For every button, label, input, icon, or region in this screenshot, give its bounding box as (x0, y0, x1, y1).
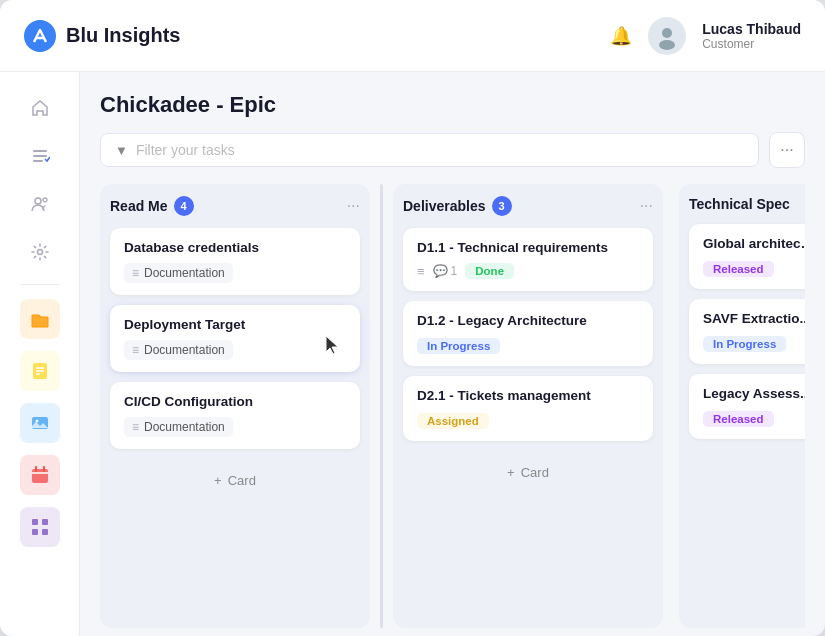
svg-rect-22 (42, 529, 48, 535)
tag-label: Documentation (144, 420, 225, 434)
card-deploy[interactable]: Deployment Target ≡ Documentation (110, 305, 360, 372)
kanban-board: Read Me 4 ··· Database credentials ≡ Doc… (100, 184, 805, 636)
card-savf[interactable]: SAVF Extractio... In Progress (689, 299, 805, 364)
notification-bell-icon[interactable]: 🔔 (610, 25, 632, 47)
column-read-me: Read Me 4 ··· Database credentials ≡ Doc… (100, 184, 370, 628)
more-options-button[interactable]: ··· (769, 132, 805, 168)
card-title: Legacy Assess... (703, 386, 805, 401)
status-badge: Released (703, 411, 774, 427)
sidebar-image[interactable] (20, 403, 60, 443)
comment-area: 💬 1 (433, 264, 458, 278)
column-options-deliverables[interactable]: ··· (640, 197, 653, 215)
card-title: Deployment Target (124, 317, 346, 332)
sidebar-settings[interactable] (20, 232, 60, 272)
filter-icon: ▼ (115, 143, 128, 158)
add-card-label: Card (521, 465, 549, 480)
status-badge: Released (703, 261, 774, 277)
tag-icon: ≡ (132, 343, 139, 357)
card-title: D1.1 - Technical requirements (417, 240, 639, 255)
card-title: Database credentials (124, 240, 346, 255)
sidebar-calendar[interactable] (20, 455, 60, 495)
app-name: Blu Insights (66, 24, 180, 47)
toolbar: ▼ Filter your tasks ··· (100, 132, 805, 168)
svg-point-1 (662, 28, 672, 38)
svg-rect-21 (32, 529, 38, 535)
sidebar (0, 72, 80, 636)
card-global-arch[interactable]: Global architect... Released (689, 224, 805, 289)
column-technical-spec: Technical Spec Global architect... Relea… (679, 184, 805, 628)
main-layout: Chickadee - Epic ▼ Filter your tasks ···… (0, 72, 825, 636)
svg-point-8 (37, 250, 42, 255)
status-badge: In Progress (703, 336, 786, 352)
column-title-deliverables: Deliverables (403, 198, 486, 214)
column-options-read-me[interactable]: ··· (347, 197, 360, 215)
sidebar-divider (20, 284, 60, 285)
column-deliverables: Deliverables 3 ··· D1.1 - Technical requ… (393, 184, 663, 628)
cursor-indicator (322, 334, 344, 362)
filter-placeholder: Filter your tasks (136, 142, 235, 158)
blu-insights-logo (24, 20, 56, 52)
sidebar-grid[interactable] (20, 507, 60, 547)
page-title: Chickadee - Epic (100, 92, 805, 118)
user-role: Customer (702, 37, 801, 51)
tag-label: Documentation (144, 266, 225, 280)
sidebar-note[interactable] (20, 351, 60, 391)
column-header-read-me: Read Me 4 ··· (110, 196, 360, 216)
column-title-read-me: Read Me (110, 198, 168, 214)
filter-bar[interactable]: ▼ Filter your tasks (100, 133, 759, 167)
column-separator (380, 184, 383, 628)
comment-count: 1 (451, 264, 458, 278)
svg-point-2 (659, 40, 675, 50)
svg-rect-20 (42, 519, 48, 525)
add-card-label: Card (228, 473, 256, 488)
card-d12[interactable]: D1.2 - Legacy Architecture In Progress (403, 301, 653, 366)
plus-icon: + (507, 465, 515, 480)
card-title: CI/CD Configuration (124, 394, 346, 409)
card-cicd[interactable]: CI/CD Configuration ≡ Documentation (110, 382, 360, 449)
svg-point-6 (35, 198, 41, 204)
card-title: Global architect... (703, 236, 805, 251)
card-title: SAVF Extractio... (703, 311, 805, 326)
list-icon: ≡ (417, 264, 425, 279)
status-badge: Done (465, 263, 514, 279)
plus-icon: + (214, 473, 222, 488)
app-window: Blu Insights 🔔 Lucas Thibaud Customer (0, 0, 825, 636)
header: Blu Insights 🔔 Lucas Thibaud Customer (0, 0, 825, 72)
column-count-read-me: 4 (174, 196, 194, 216)
content-area: Chickadee - Epic ▼ Filter your tasks ···… (80, 72, 825, 636)
avatar (648, 17, 686, 55)
add-card-deliverables[interactable]: + Card (403, 455, 653, 490)
tag-icon: ≡ (132, 266, 139, 280)
logo-area: Blu Insights (24, 20, 180, 52)
sidebar-people[interactable] (20, 184, 60, 224)
header-right: 🔔 Lucas Thibaud Customer (610, 17, 801, 55)
card-db-creds[interactable]: Database credentials ≡ Documentation (110, 228, 360, 295)
sidebar-tasks[interactable] (20, 136, 60, 176)
dots-icon: ··· (780, 141, 793, 159)
user-info: Lucas Thibaud Customer (702, 21, 801, 51)
column-title-tech-spec: Technical Spec (689, 196, 790, 212)
column-header-tech-spec: Technical Spec (689, 196, 805, 212)
tag-label: Documentation (144, 343, 225, 357)
add-card-read-me[interactable]: + Card (110, 463, 360, 498)
card-tag: ≡ Documentation (124, 263, 233, 283)
sidebar-home[interactable] (20, 88, 60, 128)
svg-rect-19 (32, 519, 38, 525)
card-title: D2.1 - Tickets management (417, 388, 639, 403)
card-legacy-assess[interactable]: Legacy Assess... Released (689, 374, 805, 439)
status-badge: In Progress (417, 338, 500, 354)
svg-rect-5 (33, 160, 43, 162)
svg-rect-3 (33, 150, 47, 152)
card-d11[interactable]: D1.1 - Technical requirements ≡ 💬 1 Done (403, 228, 653, 291)
card-d21[interactable]: D2.1 - Tickets management Assigned (403, 376, 653, 441)
card-title: D1.2 - Legacy Architecture (417, 313, 639, 328)
svg-point-7 (43, 198, 47, 202)
card-tag: ≡ Documentation (124, 340, 233, 360)
sidebar-folder[interactable] (20, 299, 60, 339)
svg-rect-4 (33, 155, 47, 157)
card-tag: ≡ Documentation (124, 417, 233, 437)
status-badge: Assigned (417, 413, 489, 429)
column-count-deliverables: 3 (492, 196, 512, 216)
user-name: Lucas Thibaud (702, 21, 801, 37)
comment-icon: 💬 (433, 264, 448, 278)
